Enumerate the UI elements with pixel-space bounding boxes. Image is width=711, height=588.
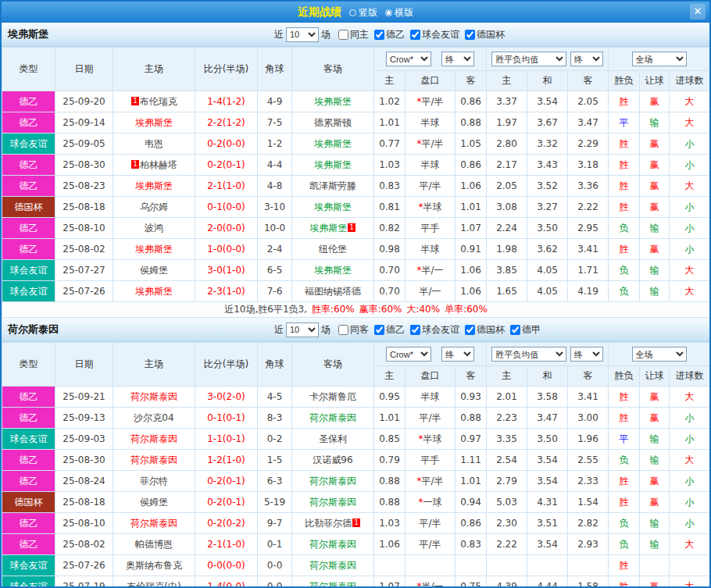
league-type-cell: 德乙	[2, 218, 55, 239]
handicap-result-cell: 赢	[640, 471, 670, 492]
filter-checkbox[interactable]	[410, 30, 420, 40]
summary-segment: 赢率:60%	[359, 304, 402, 315]
match-count-select[interactable]: 10	[286, 27, 319, 42]
league-type-cell: 德乙	[2, 387, 55, 408]
layout-radio-label: 竖版	[359, 6, 377, 20]
sub-header-2: 客	[456, 71, 487, 91]
bookmaker-select[interactable]: Crow*	[386, 52, 431, 66]
europe-home-odds-cell: 3.37	[487, 91, 527, 112]
asia-away-odds-cell: 1.06	[456, 260, 487, 281]
filter-checkbox[interactable]	[465, 30, 475, 40]
corner-cell: 1-5	[258, 450, 292, 471]
europe-stage-select[interactable]: 终	[570, 52, 603, 66]
asia-home-odds-cell: 0.70	[374, 260, 406, 281]
team-name-text: 德累斯顿	[314, 117, 352, 128]
asia-home-odds-cell: 1.03	[374, 513, 406, 534]
league-type-cell: 德乙	[2, 239, 55, 260]
match-row: 球会友谊25-07-26埃弗斯堡2-3(1-0)7-6福图纳锡塔德0.70半/一…	[2, 281, 710, 302]
filter-checkbox-option[interactable]: 德乙	[374, 28, 405, 41]
score-cell: 2-0(0-0)	[195, 218, 258, 239]
team-name-text: 波鸿	[145, 223, 163, 233]
filter-checkbox[interactable]	[410, 325, 420, 335]
away-team-cell: 埃弗斯堡	[292, 134, 374, 155]
filter-checkbox-option[interactable]: 同客	[338, 323, 369, 337]
asia-away-odds-cell: 0.93	[456, 387, 487, 408]
europe-away-odds-cell: 2.33	[568, 471, 609, 492]
filter-checkbox-option[interactable]: 球会友谊	[410, 28, 459, 41]
away-team-cell: 圣保利	[292, 429, 374, 450]
home-team-cell: 波鸿	[113, 218, 195, 239]
date-cell: 25-09-21	[55, 387, 113, 408]
europe-home-odds-cell: 5.03	[487, 492, 527, 513]
league-type-cell: 德乙	[2, 176, 55, 197]
asia-home-odds-cell: 1.01	[374, 408, 406, 429]
away-team-cell: 埃弗斯堡	[292, 260, 374, 281]
asia-home-odds-cell: 1.03	[374, 155, 406, 176]
league-type-cell: 球会友谊	[2, 134, 55, 155]
handicap-result-cell: 输	[640, 513, 670, 534]
filter-checkbox[interactable]	[374, 30, 384, 40]
filter-checkbox[interactable]	[338, 325, 348, 335]
europe-away-odds-cell: 1.96	[568, 429, 609, 450]
filter-checkbox-option[interactable]: 德乙	[374, 323, 405, 337]
layout-radio-option-0[interactable]: 竖版	[349, 6, 377, 20]
filter-checkbox-label: 球会友谊	[422, 28, 459, 41]
filter-checkbox[interactable]	[510, 325, 520, 335]
layout-radio-option-1[interactable]: 横版	[385, 6, 413, 20]
asia-stage-select[interactable]: 终	[441, 347, 474, 362]
handicap-star: *	[416, 265, 421, 276]
handicap-result-cell: 赢	[640, 492, 670, 513]
goals-result-cell: 小	[670, 513, 710, 534]
filter-checkbox[interactable]	[374, 325, 384, 335]
europe-odds-group-header: 胜平负均值终	[487, 48, 609, 71]
team-name-text: 埃弗斯堡	[135, 117, 173, 128]
handicap-result-cell: 输	[640, 112, 670, 134]
europe-odds-select[interactable]: 胜平负均值	[491, 347, 566, 362]
score-cell: 3-0(2-0)	[195, 387, 258, 408]
date-cell: 25-08-10	[55, 218, 113, 239]
section-header: 荷尔斯泰因近10场同客德乙球会友谊德国杯德甲	[2, 318, 709, 342]
match-row: 德乙25-08-10波鸿2-0(0-0)10-0埃弗斯堡10.82平手1.072…	[2, 218, 710, 239]
team-section: 埃弗斯堡近10场同主德乙球会友谊德国杯类型日期主场比分(半场)角球客场Crow*…	[2, 23, 709, 318]
europe-stage-select[interactable]: 终	[570, 347, 603, 362]
bookmaker-select[interactable]: Crow*	[386, 347, 431, 362]
filter-checkbox-option[interactable]: 德国杯	[465, 323, 505, 337]
filter-checkbox-option[interactable]: 同主	[338, 28, 369, 41]
scope-select[interactable]: 全场	[632, 52, 687, 66]
asia-home-odds-cell: 0.95	[374, 387, 406, 408]
asia-home-odds-cell: 0.98	[374, 239, 406, 260]
filter-checkbox-label: 德国杯	[477, 28, 505, 41]
europe-odds-select[interactable]: 胜平负均值	[491, 52, 566, 66]
europe-draw-odds-cell: 3.62	[527, 239, 568, 260]
close-icon[interactable]: ✕	[690, 4, 706, 20]
scope-select[interactable]: 全场	[632, 347, 687, 362]
europe-draw-odds-cell: 3.54	[527, 450, 568, 471]
asia-stage-select[interactable]: 终	[441, 52, 474, 66]
europe-home-odds-cell: 2.30	[487, 513, 527, 534]
league-type-cell: 德乙	[2, 408, 55, 429]
goals-result-cell: 小	[670, 408, 710, 429]
filter-checkbox[interactable]	[465, 325, 475, 335]
europe-home-odds-cell: 2.24	[487, 218, 527, 239]
col-header-4: 角球	[258, 48, 292, 91]
team-name-text: 乌尔姆	[140, 201, 168, 212]
goals-result-cell: 小	[670, 218, 710, 239]
europe-away-odds-cell: 4.19	[568, 281, 609, 302]
filter-checkbox-option[interactable]: 球会友谊	[410, 323, 459, 337]
team-name-text: 圣保利	[319, 433, 347, 444]
home-team-cell: 韦恩	[113, 134, 195, 155]
filter-checkbox-option[interactable]: 德国杯	[465, 28, 505, 41]
filter-checkbox[interactable]	[338, 30, 348, 40]
match-count-select[interactable]: 10	[286, 323, 319, 337]
europe-draw-odds-cell: 3.47	[527, 408, 568, 429]
corner-cell: 2-4	[258, 239, 292, 260]
europe-home-odds-cell: 2.05	[487, 176, 527, 197]
team-name-text: 卡尔斯鲁厄	[309, 391, 356, 402]
corner-cell: 4-4	[258, 155, 292, 176]
outcome-cell: 胜	[609, 155, 640, 176]
match-row: 德国杯25-08-18乌尔姆0-1(0-0)3-10埃弗斯堡0.81*半球1.0…	[2, 197, 710, 218]
col-header-4: 角球	[258, 343, 292, 387]
team-name-text: 埃弗斯堡	[314, 201, 352, 212]
team-name-text: 荷尔斯泰因	[309, 497, 356, 508]
filter-checkbox-option[interactable]: 德甲	[510, 323, 541, 337]
